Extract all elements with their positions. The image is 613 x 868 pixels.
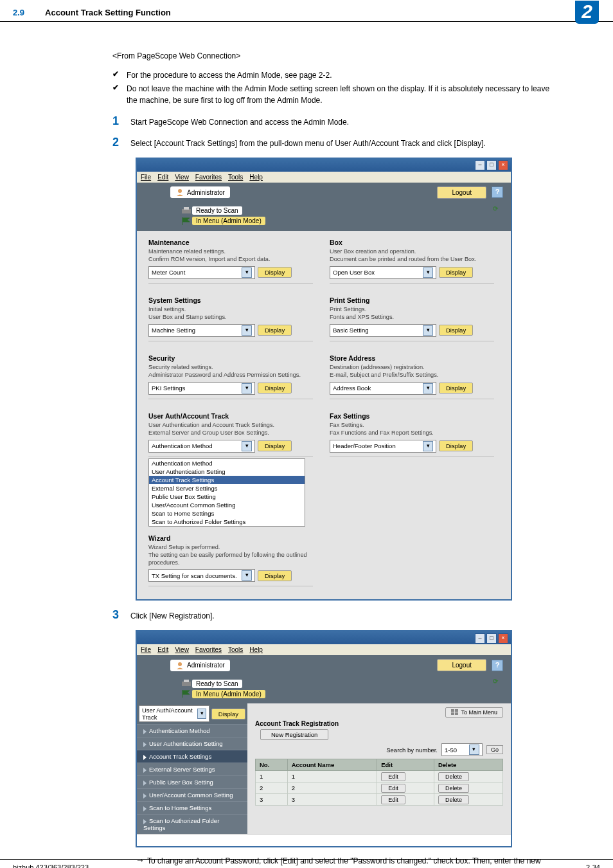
refresh-icon[interactable]: ⟳: [493, 205, 503, 215]
display-button[interactable]: Display: [439, 440, 473, 451]
display-button[interactable]: Display: [439, 267, 473, 278]
display-button[interactable]: Display: [258, 570, 292, 581]
svg-rect-2: [184, 207, 189, 210]
maximize-icon[interactable]: □: [486, 160, 497, 170]
menu-tools[interactable]: Tools: [228, 174, 243, 181]
nav-select[interactable]: User Auth/Account Track▾: [139, 705, 209, 722]
edit-button[interactable]: Edit: [381, 784, 405, 793]
chevron-down-icon: ▾: [242, 267, 252, 278]
step-text: Click [New Registration].: [130, 608, 562, 622]
new-registration-button[interactable]: New Registration: [260, 729, 328, 740]
card-select[interactable]: Authentication Method▾: [148, 440, 255, 453]
help-icon[interactable]: ?: [492, 660, 503, 671]
display-button[interactable]: Display: [258, 440, 292, 451]
card-desc: Print Settings.Fonts and XPS Settings.: [330, 306, 494, 321]
card-select[interactable]: Open User Box▾: [330, 266, 436, 279]
display-button[interactable]: Display: [439, 383, 473, 393]
svg-rect-5: [184, 680, 189, 682]
close-icon[interactable]: ×: [498, 160, 508, 170]
menu-view[interactable]: View: [175, 646, 189, 653]
display-button[interactable]: Display: [258, 267, 292, 278]
range-select[interactable]: 1-50▾: [441, 743, 483, 756]
refresh-icon[interactable]: ⟳: [493, 678, 503, 688]
dropdown-open[interactable]: Authentication MethodUser Authentication…: [148, 458, 305, 527]
menu-edit[interactable]: Edit: [157, 174, 168, 181]
screenshot-admin-menu: –□× FileEditViewFavoritesToolsHelp Admin…: [136, 158, 562, 601]
menu-file[interactable]: File: [141, 646, 151, 653]
cell-name: 2: [287, 782, 377, 794]
status-mode: In Menu (Admin Mode): [192, 690, 265, 698]
edit-button[interactable]: Edit: [381, 772, 405, 781]
sidebar-item-user-authentication-setting[interactable]: User Authentication Setting: [137, 737, 247, 750]
dropdown-option[interactable]: User Authentication Setting: [149, 467, 305, 476]
to-main-menu-button[interactable]: To Main Menu: [445, 707, 503, 718]
display-button[interactable]: Display: [258, 325, 292, 336]
sidebar-item-account-track-settings[interactable]: Account Track Settings: [137, 750, 247, 763]
menu-edit[interactable]: Edit: [157, 646, 168, 653]
table-row: 22EditDelete: [256, 782, 503, 794]
display-button[interactable]: Display: [258, 383, 292, 393]
card-user-auth-account-track: User Auth/Account TrackUser Authenticati…: [148, 412, 313, 527]
card-select[interactable]: PKI Settings▾: [148, 382, 255, 395]
dropdown-option[interactable]: Account Track Settings: [149, 476, 305, 484]
delete-button[interactable]: Delete: [438, 784, 469, 793]
dropdown-option[interactable]: External Server Settings: [149, 484, 305, 493]
delete-button[interactable]: Delete: [438, 795, 469, 804]
maximize-icon[interactable]: □: [486, 633, 497, 644]
admin-label: Administrator: [170, 186, 230, 198]
sidebar-item-user-account-common-setting[interactable]: User/Account Common Setting: [137, 788, 247, 801]
delete-button[interactable]: Delete: [438, 772, 469, 781]
dropdown-option[interactable]: Public User Box Setting: [149, 493, 305, 501]
menu-view[interactable]: View: [175, 174, 189, 181]
edit-button[interactable]: Edit: [381, 795, 405, 804]
close-icon[interactable]: ×: [498, 633, 508, 644]
sidebar-item-public-user-box-setting[interactable]: Public User Box Setting: [137, 775, 247, 788]
menu-tools[interactable]: Tools: [228, 646, 243, 653]
card-select[interactable]: Address Book▾: [330, 382, 436, 395]
display-button[interactable]: Display: [211, 709, 245, 719]
sidebar-item-scan-to-home-settings[interactable]: Scan to Home Settings: [137, 801, 247, 814]
go-button[interactable]: Go: [486, 745, 503, 754]
sidebar-item-external-server-settings[interactable]: External Server Settings: [137, 763, 247, 775]
menu-file[interactable]: File: [141, 174, 151, 181]
triangle-icon: [143, 793, 147, 799]
card-select[interactable]: Machine Setting▾: [148, 324, 255, 337]
svg-rect-7: [455, 709, 458, 712]
minimize-icon[interactable]: –: [475, 160, 485, 170]
menu-favorites[interactable]: Favorites: [195, 646, 222, 653]
sidebar-item-authentication-method[interactable]: Authentication Method: [137, 724, 247, 737]
check-text: For the procedure to access the Admin Mo…: [127, 69, 562, 82]
col-no-: No.: [256, 759, 288, 771]
menu-favorites[interactable]: Favorites: [195, 174, 222, 181]
search-label: Search by number.: [386, 746, 438, 754]
section-number: 2.9: [13, 8, 24, 17]
card-select[interactable]: Meter Count▾: [148, 266, 255, 279]
card-select[interactable]: Basic Setting▾: [330, 324, 436, 337]
card-select[interactable]: Header/Footer Position▾: [330, 440, 436, 453]
cell-no: 3: [256, 794, 288, 806]
dropdown-option[interactable]: Scan to Home Settings: [149, 509, 305, 518]
logout-button[interactable]: Logout: [437, 659, 486, 671]
sidebar-item-scan-to-authorized-folder-settings[interactable]: Scan to Authorized Folder Settings: [137, 814, 247, 834]
display-button[interactable]: Display: [439, 325, 473, 336]
card-select[interactable]: TX Setting for scan documents.▾: [148, 569, 255, 582]
chevron-down-icon: ▾: [423, 383, 433, 393]
menu-help[interactable]: Help: [249, 646, 263, 653]
minimize-icon[interactable]: –: [475, 633, 485, 644]
dropdown-option[interactable]: User/Account Common Setting: [149, 501, 305, 509]
status-ready: Ready to Scan: [192, 680, 242, 688]
card-title: Box: [330, 239, 494, 246]
footer-page: 2-34: [586, 863, 600, 868]
dropdown-option[interactable]: Scan to Authorized Folder Settings: [149, 518, 305, 526]
card-title: Wizard: [148, 534, 313, 542]
chevron-down-icon: ▾: [423, 441, 433, 451]
card-title: Maintenance: [148, 239, 313, 246]
card-title: User Auth/Account Track: [148, 412, 313, 420]
help-icon[interactable]: ?: [492, 186, 503, 198]
logout-button[interactable]: Logout: [437, 186, 486, 199]
menu-help[interactable]: Help: [249, 174, 263, 181]
table-row: 33EditDelete: [256, 794, 503, 806]
admin-label: Administrator: [170, 660, 230, 671]
dropdown-option[interactable]: Authentication Method: [149, 459, 305, 467]
card-store-address: Store AddressDestination (addresses) reg…: [330, 354, 494, 404]
